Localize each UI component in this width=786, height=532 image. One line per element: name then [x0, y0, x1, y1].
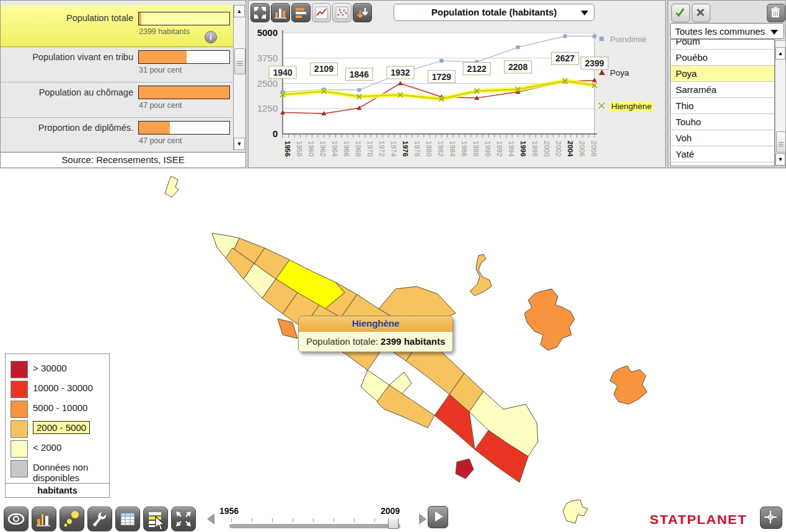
horizontal-bar-chart-button[interactable] [291, 3, 311, 22]
cancel-button[interactable] [692, 4, 710, 22]
collapse-button[interactable] [760, 507, 782, 529]
commune-list-item[interactable]: Voh [671, 130, 774, 146]
scrollbar-thumb[interactable] [776, 131, 786, 153]
step-forward-icon[interactable] [419, 513, 426, 525]
scroll-up-icon[interactable]: ▲ [234, 5, 245, 17]
commune-ouvea[interactable] [470, 254, 492, 296]
indicator-row[interactable]: Proportion de diplômés.47 pour cent [1, 118, 233, 153]
step-back-icon[interactable] [207, 513, 214, 525]
commune-filter-dropdown[interactable]: Toutes les communes [670, 23, 784, 39]
indicator-row[interactable]: Population totale2399 habitantsi [1, 5, 233, 47]
line-chart-button[interactable] [312, 3, 331, 22]
data-label: 2208 [508, 62, 528, 72]
slider-tick [313, 518, 314, 522]
map-tooltip: Hienghène Population totale: 2399 habita… [298, 316, 453, 352]
indicator-label: Population vivant en tribu [6, 52, 133, 62]
x-axis-year-label: 1996 [519, 141, 527, 157]
commune-list-item[interactable]: Yaté [671, 146, 774, 162]
x-axis-year-label: 1992 [496, 141, 503, 157]
scroll-down-icon[interactable]: ▼ [234, 138, 245, 150]
indicator-label: Proportion de diplômés. [6, 123, 133, 133]
commune-mare[interactable] [610, 366, 647, 404]
sort-up-down-icon [355, 5, 370, 20]
view-button[interactable] [4, 507, 29, 531]
commune-noumea[interactable] [456, 459, 474, 479]
bubble-button[interactable] [60, 507, 84, 531]
legend-row[interactable]: 10000 - 30000 [6, 379, 109, 399]
maximize-chart-button[interactable] [250, 3, 270, 22]
slider-track[interactable] [229, 524, 400, 528]
indicators-scrollbar[interactable]: ▲ ▼ [233, 5, 245, 150]
x-axis-year-label: 1980 [425, 141, 433, 157]
chevron-down-icon [581, 11, 588, 16]
data-table-button[interactable] [115, 507, 140, 531]
scroll-down-icon[interactable]: ▼ [775, 153, 785, 166]
indicator-dropdown[interactable]: Population totale (habitants) [394, 4, 594, 21]
data-label: 1729 [432, 72, 451, 82]
bottom-toolbar: 1956 2009 STATPLANET [0, 503, 786, 532]
clear-selection-button[interactable] [767, 4, 785, 22]
chart-legend-item[interactable]: Hienghène [598, 102, 653, 111]
legend-row[interactable]: Données non disponibles [6, 458, 109, 483]
x-axis-year-label: 1968 [355, 141, 362, 157]
commune-list-item[interactable]: Poum [671, 39, 774, 50]
slider-tick [354, 518, 355, 522]
horizontal-bar-chart-icon [293, 5, 309, 20]
x-axis-year-label: 1972 [378, 141, 386, 157]
legend-label: Données non disponibles [33, 458, 109, 483]
x-axis-year-label: 1994 [508, 141, 515, 157]
indicator-value: 47 pour cent [139, 136, 182, 145]
x-axis-year-label: 1990 [484, 141, 492, 157]
info-icon[interactable]: i [205, 31, 217, 43]
commune-lifou[interactable] [524, 289, 575, 350]
statplanet-logo: STATPLANET [650, 513, 747, 528]
indicator-bar-fill [139, 12, 141, 25]
confirm-button[interactable] [671, 4, 690, 22]
communes-panel: Toutes les communes PoumPouéboPoyaSarram… [668, 0, 786, 168]
indicator-row[interactable]: Population vivant en tribu31 pour cent [1, 47, 233, 82]
indicator-row[interactable]: Population au chômage47 pour cent [1, 82, 233, 118]
legend-row[interactable]: < 2000 [6, 438, 109, 458]
y-axis-tick-label: 1250 [257, 103, 278, 113]
data-label: 1932 [391, 68, 410, 78]
chart-legend-item[interactable]: Poindimié [598, 35, 647, 44]
tooltip-value: Population totale: 2399 habitants [299, 332, 453, 352]
legend-label: > 30000 [33, 359, 109, 373]
bar-chart-button[interactable] [271, 3, 290, 22]
graph-button[interactable] [32, 507, 56, 531]
indicator-dropdown-label: Population totale (habitants) [431, 7, 557, 17]
series-marker-icon [598, 35, 606, 43]
options-button[interactable] [87, 507, 112, 531]
x-axis-year-label: 1962 [319, 141, 327, 157]
line-chart-icon [314, 5, 329, 20]
x-axis-year-label: 2002 [555, 141, 562, 157]
indicator-list-button[interactable] [143, 507, 168, 531]
scatter-plot-button[interactable] [332, 3, 351, 22]
scroll-up-icon[interactable]: ▲ [775, 47, 785, 60]
scrollbar-thumb[interactable] [234, 48, 245, 74]
legend-row[interactable]: 5000 - 10000 [6, 399, 109, 419]
legend-row[interactable]: 2000 - 5000 [6, 419, 109, 438]
slider-tick [293, 518, 293, 522]
commune-list-item[interactable]: Touho [671, 114, 774, 130]
sort-button[interactable] [353, 3, 372, 22]
commune-boulouparis[interactable] [377, 385, 435, 428]
series-name: Hienghène [610, 102, 653, 111]
commune-belep[interactable] [165, 176, 179, 197]
commune-list-item[interactable]: Sarraméa [671, 82, 774, 98]
play-button[interactable] [428, 506, 448, 528]
legend-swatch [11, 381, 28, 398]
commune-list-item[interactable]: Pouébo [671, 50, 774, 66]
thumb-grips [237, 60, 243, 67]
x-axis-year-label: 2000 [543, 141, 550, 157]
fullscreen-button[interactable] [171, 507, 196, 531]
commune-list-item[interactable]: Poya [671, 66, 774, 82]
commune-list-item[interactable]: Thio [671, 98, 774, 114]
slider-thumb[interactable] [388, 515, 399, 529]
slider-tick [272, 518, 273, 522]
chart-legend-item[interactable]: Poya [598, 68, 629, 78]
data-label: 1846 [350, 69, 369, 79]
legend-row[interactable]: > 30000 [6, 359, 109, 379]
chevron-down-icon [771, 30, 778, 35]
commune-list-scrollbar[interactable]: ▲ ▼ [775, 40, 786, 166]
